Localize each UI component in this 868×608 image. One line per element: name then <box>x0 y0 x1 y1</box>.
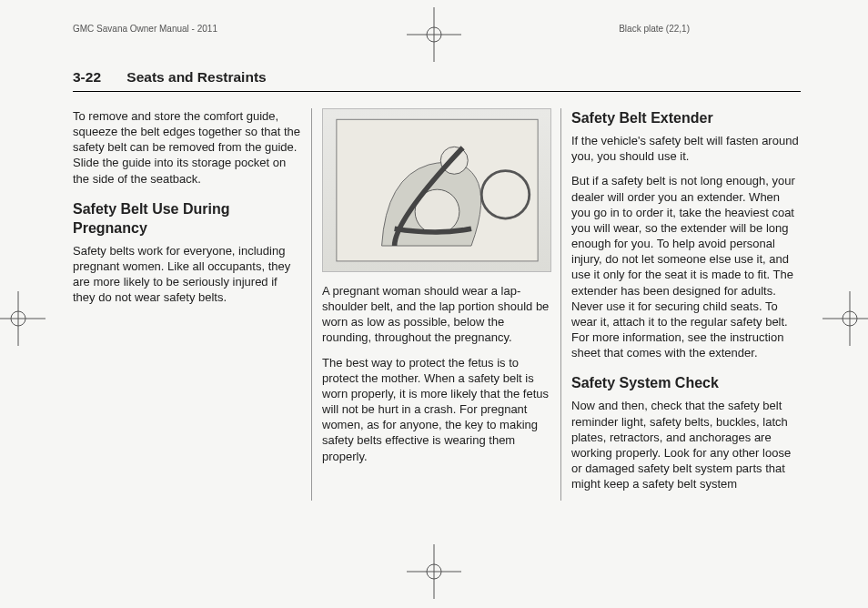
chapter-title: Seats and Restraints <box>126 69 266 85</box>
pregnancy-belt-illustration <box>322 108 551 272</box>
column-1: To remove and store the comfort guide, s… <box>73 108 302 501</box>
body-text: Now and then, check that the safety belt… <box>571 398 801 491</box>
registration-mark-icon <box>823 291 868 346</box>
print-header: GMC Savana Owner Manual - 2011 Black pla… <box>69 24 799 40</box>
page-number: 3-22 <box>73 69 101 85</box>
registration-mark-icon <box>0 291 45 346</box>
page-body: 3-22 Seats and Restraints To remove and … <box>73 69 801 561</box>
body-text: To remove and store the comfort guide, s… <box>73 108 302 187</box>
heading-safety-belt-extender: Safety Belt Extender <box>571 108 801 127</box>
text-columns: To remove and store the comfort guide, s… <box>73 108 801 501</box>
print-sheet: GMC Savana Owner Manual - 2011 Black pla… <box>0 0 868 608</box>
body-text: Safety belts work for everyone, includin… <box>73 243 302 306</box>
doc-title: GMC Savana Owner Manual - 2011 <box>73 24 217 34</box>
body-text: A pregnant woman should wear a lap-shoul… <box>322 283 551 346</box>
body-text: But if a safety belt is not long enough,… <box>571 173 801 360</box>
column-3: Safety Belt Extender If the vehicle's sa… <box>571 108 801 501</box>
heading-safety-system-check: Safety System Check <box>571 373 801 392</box>
svg-point-3 <box>427 564 441 579</box>
body-text: The best way to protect the fetus is to … <box>322 355 551 464</box>
seatbelt-figure-icon <box>335 117 540 263</box>
plate-info: Black plate (22,1) <box>619 24 690 34</box>
running-head: 3-22 Seats and Restraints <box>73 69 801 92</box>
svg-point-6 <box>11 311 25 326</box>
column-2: A pregnant woman should wear a lap-shoul… <box>322 108 551 501</box>
svg-point-9 <box>843 311 857 326</box>
body-text: If the vehicle's safety belt will fasten… <box>571 133 801 164</box>
heading-safety-belt-pregnancy: Safety Belt Use During Pregnancy <box>73 199 302 238</box>
